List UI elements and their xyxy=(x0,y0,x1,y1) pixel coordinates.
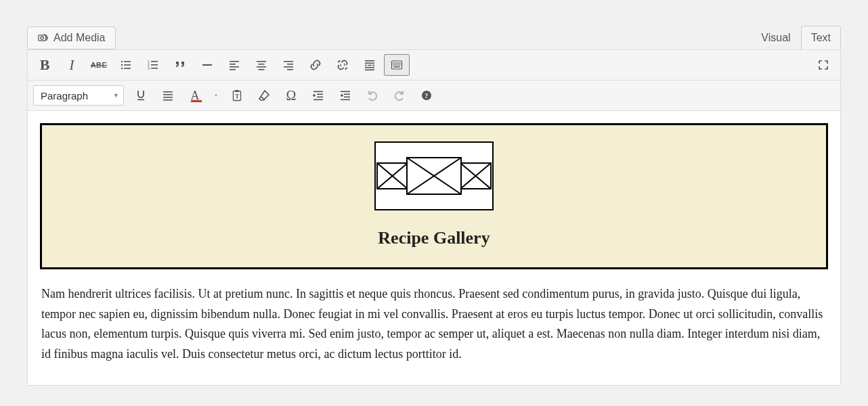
svg-rect-45 xyxy=(163,91,173,93)
svg-rect-22 xyxy=(259,69,265,70)
align-right-icon xyxy=(282,58,295,72)
underline-button[interactable] xyxy=(128,85,154,106)
redo-button[interactable] xyxy=(387,85,412,106)
underline-icon xyxy=(134,89,148,102)
bold-button[interactable]: B xyxy=(32,54,58,76)
svg-rect-46 xyxy=(163,94,173,95)
numbered-list-icon: 1 2 3 xyxy=(146,58,160,72)
clear-formatting-button[interactable] xyxy=(251,85,277,106)
svg-rect-31 xyxy=(372,65,374,66)
svg-rect-40 xyxy=(395,64,397,66)
svg-rect-57 xyxy=(344,94,350,95)
tab-visual[interactable]: Visual xyxy=(751,26,800,49)
svg-rect-30 xyxy=(368,65,372,66)
read-more-button[interactable] xyxy=(357,54,383,76)
numbered-list-button[interactable]: 1 2 3 xyxy=(140,54,166,76)
link-icon xyxy=(309,58,322,72)
text-color-dropdown[interactable] xyxy=(209,85,223,106)
svg-rect-0 xyxy=(39,35,46,41)
recipe-gallery-block[interactable]: Recipe Gallery xyxy=(40,123,828,269)
svg-rect-28 xyxy=(365,63,374,64)
svg-rect-37 xyxy=(397,63,399,64)
outdent-button[interactable] xyxy=(305,85,331,106)
eraser-icon xyxy=(257,89,271,102)
svg-rect-24 xyxy=(287,64,293,65)
align-center-button[interactable] xyxy=(248,54,274,76)
align-right-button[interactable] xyxy=(276,54,301,76)
svg-rect-53 xyxy=(317,94,323,95)
blockquote-button[interactable] xyxy=(167,54,193,76)
svg-rect-3 xyxy=(124,61,131,62)
gallery-block-title: Recipe Gallery xyxy=(56,228,812,248)
outdent-icon xyxy=(311,89,325,102)
align-left-button[interactable] xyxy=(221,54,247,76)
svg-point-2 xyxy=(121,61,123,62)
unlink-button[interactable] xyxy=(330,54,355,76)
indent-icon xyxy=(339,89,352,102)
strikethrough-button[interactable]: ABE xyxy=(86,54,112,76)
text-color-swatch xyxy=(191,100,202,102)
svg-rect-43 xyxy=(394,66,400,68)
format-select-value: Paragraph xyxy=(41,90,88,102)
justify-icon xyxy=(161,89,175,102)
fullscreen-button[interactable] xyxy=(810,54,836,76)
insert-link-button[interactable] xyxy=(303,54,328,76)
help-button[interactable]: ? xyxy=(414,85,439,106)
gallery-placeholder-image xyxy=(374,141,494,210)
svg-point-1 xyxy=(41,37,43,39)
italic-button[interactable]: I xyxy=(59,54,85,76)
svg-rect-55 xyxy=(313,99,323,101)
svg-rect-48 xyxy=(163,99,173,101)
svg-text:?: ? xyxy=(425,92,428,99)
tab-text[interactable]: Text xyxy=(801,26,841,49)
add-media-button[interactable]: Add Media xyxy=(27,26,116,49)
horizontal-rule-button[interactable] xyxy=(194,54,220,76)
svg-rect-13 xyxy=(151,68,158,69)
svg-rect-11 xyxy=(151,64,158,66)
indent-button[interactable] xyxy=(332,85,358,106)
svg-rect-29 xyxy=(365,65,367,66)
svg-text:T: T xyxy=(235,93,239,99)
bullet-list-icon xyxy=(119,58,133,72)
svg-rect-58 xyxy=(344,97,350,98)
editor-content-area[interactable]: Recipe Gallery Nam hendrerit ultrices fa… xyxy=(27,110,841,386)
read-more-icon xyxy=(363,58,376,72)
svg-rect-21 xyxy=(257,66,266,68)
svg-rect-59 xyxy=(341,99,350,101)
svg-rect-50 xyxy=(236,90,239,92)
align-center-icon xyxy=(255,58,268,72)
svg-rect-19 xyxy=(257,61,266,62)
camera-icon xyxy=(37,32,49,44)
svg-rect-35 xyxy=(393,63,395,64)
svg-rect-42 xyxy=(399,64,401,66)
paste-as-text-button[interactable]: T xyxy=(224,85,250,106)
svg-rect-25 xyxy=(284,66,293,68)
align-left-icon xyxy=(227,58,241,72)
clipboard-t-icon: T xyxy=(230,89,244,102)
unlink-icon xyxy=(336,58,349,72)
hr-icon xyxy=(200,58,214,72)
svg-rect-7 xyxy=(124,68,131,69)
svg-rect-27 xyxy=(365,60,374,62)
paragraph-text[interactable]: Nam hendrerit ultrices facilisis. Ut at … xyxy=(40,284,828,365)
undo-button[interactable] xyxy=(360,85,385,106)
svg-rect-44 xyxy=(137,99,144,101)
svg-rect-47 xyxy=(163,97,173,98)
format-select[interactable]: Paragraph xyxy=(33,85,124,106)
text-color-button[interactable]: A xyxy=(182,85,208,106)
svg-rect-23 xyxy=(284,61,293,62)
svg-rect-17 xyxy=(230,66,239,68)
undo-icon xyxy=(366,89,379,102)
svg-rect-15 xyxy=(230,61,239,62)
svg-text:3: 3 xyxy=(148,66,150,70)
chevron-down-icon xyxy=(214,89,218,102)
editor-toolbar: B I ABE 1 2 3 xyxy=(27,49,841,110)
toolbar-toggle-button[interactable] xyxy=(384,54,410,76)
svg-rect-26 xyxy=(287,69,293,70)
svg-rect-5 xyxy=(124,64,131,66)
svg-rect-36 xyxy=(395,63,397,64)
bullet-list-button[interactable] xyxy=(113,54,139,76)
align-justify-button[interactable] xyxy=(155,85,181,106)
svg-rect-39 xyxy=(393,64,395,66)
special-char-button[interactable]: Ω xyxy=(278,85,304,106)
